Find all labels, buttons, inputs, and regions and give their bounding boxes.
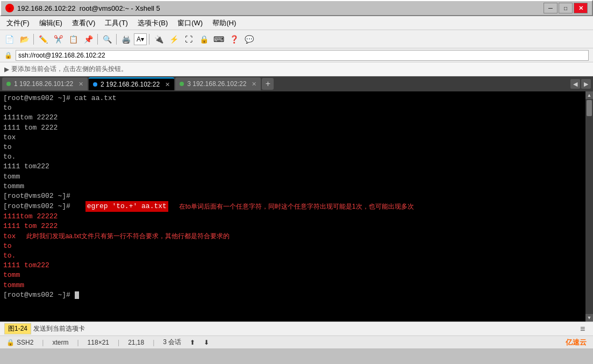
sep-3: | [118, 339, 119, 346]
menu-tabs[interactable]: 选项卡(B) [133, 17, 172, 29]
ssh-status: SSH2 [17, 339, 33, 346]
lock-status-icon: 🔒 [6, 339, 15, 346]
toolbar-keyboard[interactable]: ⌨ [212, 32, 226, 46]
arrow-icon: ▶ [4, 66, 9, 73]
terminal-out-2: 1111 tom 2222 [3, 222, 582, 231]
toolbar-connect[interactable]: 🔌 [152, 32, 166, 46]
toolbar-lock[interactable]: 🔒 [197, 32, 211, 46]
status-lock: 🔒 SSH2 [6, 339, 33, 346]
bottom-menu-icon[interactable]: ≡ [580, 324, 589, 334]
terminal-line-1: [root@vms002 ~]# cat aa.txt [3, 94, 582, 103]
toolbar-help[interactable]: ❓ [227, 32, 241, 46]
menu-tools[interactable]: 工具(T) [101, 17, 132, 29]
close-button[interactable] [574, 3, 588, 13]
tab-label-2: 2 192.168.26.102:22 [101, 81, 160, 88]
tab-close-3[interactable]: ✕ [252, 81, 256, 88]
terminal-line-9: tomm [3, 172, 582, 182]
menu-bar: 文件(F) 编辑(E) 查看(V) 工具(T) 选项卡(B) 窗口(W) 帮助(… [0, 16, 593, 30]
logo-text: 亿速云 [566, 338, 587, 347]
toolbar-paste[interactable]: 📌 [81, 32, 95, 46]
terminal[interactable]: [root@vms002 ~]# cat aa.txt to 1111tom 2… [0, 91, 585, 322]
terminal-out-tox-line: tox 此时我们发现aa.txt文件只有第一行不符合要求，其他行都是符合要求的 [3, 232, 582, 241]
tab-label-3: 3 192.168.26.102:22 [187, 80, 246, 88]
scrollbar-down-button[interactable]: ▼ [585, 314, 593, 322]
info-bar: ▶ 要添加当前会话，点击左侧的箭头按钮。 [0, 62, 593, 76]
scrollbar-thumb[interactable] [587, 100, 592, 116]
tab-bar: 1 192.168.26.101:22 ✕ 2 192.168.26.102:2… [0, 76, 593, 91]
toolbar-open[interactable]: 📂 [17, 32, 31, 46]
sessions-status: 3 会话 [163, 338, 181, 347]
toolbar-msg[interactable]: 💬 [242, 32, 256, 46]
sep-2: | [77, 339, 78, 346]
terminal-out-6: 1111 tom222 [3, 261, 582, 270]
menu-file[interactable]: 文件(F) [2, 17, 34, 29]
bottom-bar: 图1-24 发送到当前选项卡 ≡ [0, 322, 593, 336]
toolbar-fullscreen[interactable]: ⛶ [182, 32, 196, 46]
tab-nav-right[interactable]: ▶ [581, 79, 591, 89]
tab-dot-3 [180, 82, 184, 86]
toolbar-new[interactable]: 📄 [2, 32, 16, 46]
toolbar-print[interactable]: 🖨️ [119, 32, 133, 46]
toolbar-sep3 [116, 34, 117, 45]
logo: 亿速云 [566, 338, 587, 347]
terminal-out-1: 1111tom 22222 [3, 212, 582, 222]
terminal-line-7: to. [3, 152, 582, 162]
tab-2[interactable]: 2 192.168.26.102:22 ✕ [89, 77, 174, 90]
menu-help[interactable]: 帮助(H) [208, 17, 240, 29]
tab-nav: ◀ ▶ [570, 79, 591, 89]
toolbar-copy[interactable]: 📋 [66, 32, 80, 46]
terminal-out-5: to. [3, 251, 582, 261]
terminal-cmd-highlighted: egrep 'to.+' aa.txt [85, 201, 168, 212]
send-button[interactable]: 图1-24 [4, 323, 31, 334]
annotation-2: 此时我们发现aa.txt文件只有第一行不符合要求，其他行都是符合要求的 [26, 232, 229, 241]
terminal-line-4: 1111 tom 2222 [3, 123, 582, 133]
pos-status: 21,18 [128, 339, 144, 346]
bottom-left: 图1-24 发送到当前选项卡 [4, 323, 85, 334]
tab-close-2[interactable]: ✕ [165, 81, 170, 88]
tab-label-1: 1 192.168.26.101:22 [14, 80, 73, 88]
terminal-cursor [75, 291, 79, 299]
tab-add-button[interactable]: + [262, 78, 274, 90]
terminal-line-11: [root@vms002 ~]# [3, 191, 582, 201]
tab-dot-1 [6, 82, 11, 86]
toolbar-find[interactable]: 🔍 [100, 32, 114, 46]
menu-edit[interactable]: 编辑(E) [35, 17, 67, 29]
status-bar: 🔒 SSH2 | xterm | 118×21 | 21,18 | 3 会话 ⬆… [0, 336, 593, 348]
tab-1[interactable]: 1 192.168.26.101:22 ✕ [2, 77, 88, 90]
term-status: xterm [52, 339, 68, 346]
lock-icon: 🔒 [4, 52, 12, 59]
address-bar: 🔒 [0, 48, 593, 62]
terminal-out-tox: tox [3, 232, 16, 241]
window-controls [544, 3, 588, 13]
terminal-prompt: [root@vms002 ~]# [3, 202, 75, 211]
menu-view[interactable]: 查看(V) [68, 17, 99, 29]
minimize-button[interactable] [544, 3, 558, 13]
toolbar-font[interactable]: A▾ [134, 33, 147, 45]
tab-close-1[interactable]: ✕ [78, 81, 83, 88]
maximize-button[interactable] [559, 3, 573, 13]
address-input[interactable] [16, 50, 589, 61]
title-bar: 192.168.26.102:22 root@vms002:~ - Xshell… [0, 0, 593, 16]
sep-1: | [42, 339, 44, 346]
toolbar-cut[interactable]: ✂️ [51, 32, 65, 46]
tab-3[interactable]: 3 192.168.26.102:22 ✕ [175, 77, 261, 90]
toolbar-edit[interactable]: ✏️ [36, 32, 50, 46]
info-text: 要添加当前会话，点击左侧的箭头按钮。 [11, 65, 127, 74]
terminal-out-7: tomm [3, 270, 582, 280]
menu-window[interactable]: 窗口(W) [173, 17, 207, 29]
send-label: 发送到当前选项卡 [33, 324, 85, 333]
terminal-out-8: tommm [3, 281, 582, 290]
toolbar-sep1 [33, 34, 34, 45]
toolbar-disconnect[interactable]: ⚡ [167, 32, 181, 46]
sep-4: | [153, 339, 154, 346]
terminal-out-4: to [3, 241, 582, 251]
terminal-cmd-line: [root@vms002 ~]# egrep 'to.+' aa.txt 在to… [3, 201, 582, 212]
toolbar-sep4 [149, 34, 149, 45]
terminal-final-prompt: [root@vms002 ~]# [3, 290, 582, 300]
tab-nav-left[interactable]: ◀ [570, 79, 580, 89]
toolbar-sep2 [97, 34, 98, 45]
scrollbar-up-button[interactable]: ▲ [585, 91, 593, 99]
size-status: 118×21 [88, 339, 109, 346]
toolbar: 📄 📂 ✏️ ✂️ 📋 📌 🔍 🖨️ A▾ 🔌 ⚡ ⛶ 🔒 ⌨ ❓ 💬 [0, 30, 593, 48]
terminal-scrollbar[interactable]: ▲ ▼ [585, 91, 593, 322]
